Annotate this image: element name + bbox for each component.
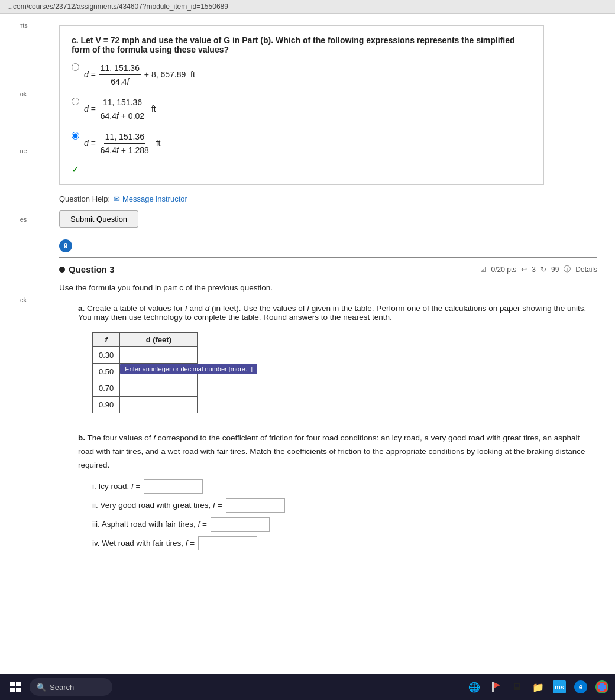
flag-icon[interactable] — [487, 679, 504, 695]
svg-marker-1 — [494, 682, 500, 688]
asphalt-road-label: iii. Asphalt road with fair tires, f = — [92, 520, 207, 529]
question-3-header: Question 3 ☑ 0/20 pts ↩ 3 ↻ 99 ⓘ Details — [59, 257, 597, 274]
option-3: d = 11, 151.36 64.4f + 1.288 ft — [72, 130, 532, 157]
d-header-text: d (feet) — [146, 335, 171, 344]
edge-icon[interactable]: e — [572, 679, 589, 695]
wet-road-label: iv. Wet road with fair tires, f = — [92, 539, 195, 547]
d-input-4[interactable] — [126, 399, 191, 410]
option-1-formula: d = 11, 151.36 64.4f + 8, 657.89 ft — [84, 61, 195, 89]
question-3-meta: ☑ 0/20 pts ↩ 3 ↻ 99 ⓘ Details — [480, 264, 597, 274]
wifi-icon[interactable]: 🌐 — [466, 679, 483, 695]
part-c-box: c. Let V = 72 mph and use the value of G… — [59, 25, 544, 185]
good-road-input[interactable] — [226, 498, 285, 513]
f-header-text: f — [105, 335, 107, 344]
sidebar-item-nts[interactable]: nts — [4, 20, 43, 31]
input-tooltip: Enter an integer or decimal number [more… — [120, 364, 257, 374]
details-text: Details — [575, 265, 597, 274]
refresh-text: 99 — [551, 265, 559, 274]
question-3-title: Question 3 — [59, 264, 115, 274]
col-f-header: f — [93, 332, 120, 346]
sidebar: nts ok ne es ck — [0, 14, 47, 693]
option-2-formula: d = 11, 151.36 64.4f + 0.02 ft — [84, 96, 156, 123]
url-bar: ...com/courses/23712/assignments/434607?… — [0, 0, 615, 14]
table-row-1: 0.30 Enter an integer or decimal number … — [93, 346, 198, 363]
taskbar: 🔍 Search 🌐 🖥 📁 ms e — [0, 674, 615, 700]
taskbar-search[interactable]: 🔍 Search — [30, 678, 112, 696]
part-a-label-text: a. — [78, 304, 85, 313]
table-row-3: 0.70 — [93, 380, 198, 396]
d-value-4-cell — [120, 396, 198, 413]
option-3-formula: d = 11, 151.36 64.4f + 1.288 ft — [84, 130, 160, 157]
store-icon[interactable]: ms — [551, 679, 568, 695]
chrome-icon[interactable] — [594, 679, 610, 695]
part-a-description: Create a table of values for f and d (in… — [78, 304, 586, 322]
part-a-label: a. Create a table of values for f and d … — [78, 304, 597, 322]
good-road-label: ii. Very good road with great tires, f = — [92, 501, 222, 510]
content-area: c. Let V = 72 mph and use the value of G… — [47, 14, 615, 693]
f-value-2: 0.50 — [93, 363, 120, 380]
values-table: f d (feet) 0.30 Enter an integer or deci… — [92, 332, 198, 413]
question-3-intro: Use the formula you found in part c of t… — [59, 281, 568, 294]
col-d-header: d (feet) — [120, 332, 198, 346]
checkmark-row: ✓ — [72, 164, 532, 175]
option-2: d = 11, 151.36 64.4f + 0.02 ft — [72, 96, 532, 123]
info-icon: ⓘ — [564, 264, 571, 274]
url-text: ...com/courses/23712/assignments/434607?… — [7, 2, 228, 11]
envelope-icon: ✉ — [114, 195, 120, 203]
edit-icon: ☑ — [480, 265, 487, 274]
sidebar-item-es[interactable]: es — [4, 213, 43, 225]
icy-road-row: i. Icy road, f = — [92, 479, 597, 494]
windows-icon — [10, 682, 21, 692]
d-value-1-cell: Enter an integer or decimal number [more… — [120, 346, 198, 363]
option-1: d = 11, 151.36 64.4f + 8, 657.89 ft — [72, 61, 532, 89]
f-value-1: 0.30 — [93, 346, 120, 363]
question-help-label: Question Help: — [59, 195, 110, 203]
f-value-3: 0.70 — [93, 380, 120, 396]
question-number-badge: 9 — [59, 239, 72, 252]
points-text: 0/20 pts — [491, 265, 517, 274]
d-input-1[interactable] — [126, 349, 191, 361]
good-road-row: ii. Very good road with great tires, f = — [92, 498, 597, 513]
icy-road-label: i. Icy road, f = — [92, 482, 140, 491]
d-input-3[interactable] — [126, 383, 191, 394]
part-c-title-text: c. Let V = 72 mph and use the value of G… — [72, 35, 515, 54]
retries-text: 3 — [532, 265, 536, 274]
asphalt-road-input[interactable] — [211, 517, 270, 532]
part-a-section: a. Create a table of values for f and d … — [78, 304, 597, 422]
wet-road-input[interactable] — [198, 536, 257, 550]
table-row-4: 0.90 — [93, 396, 198, 413]
option-2-radio[interactable] — [72, 98, 79, 105]
sidebar-item-ok[interactable]: ok — [4, 88, 43, 100]
start-button[interactable] — [5, 676, 26, 698]
svg-rect-0 — [492, 682, 494, 692]
question-3-title-text: Question 3 — [69, 264, 115, 274]
refresh-icon: ↻ — [540, 265, 546, 274]
submit-question-button[interactable]: Submit Question — [59, 210, 138, 228]
sidebar-item-ne[interactable]: ne — [4, 145, 43, 157]
option-1-radio[interactable] — [72, 63, 79, 71]
d-value-3-cell — [120, 380, 198, 396]
monitor-icon[interactable]: 🖥 — [509, 679, 525, 695]
part-c-title: c. Let V = 72 mph and use the value of G… — [72, 35, 532, 54]
f-value-4: 0.90 — [93, 396, 120, 413]
wet-road-row: iv. Wet road with fair tires, f = — [92, 536, 597, 550]
question-help: Question Help: ✉ Message instructor — [59, 195, 597, 203]
part-b-section: b. The four values of f correspond to th… — [78, 432, 597, 550]
part-b-text: b. The four values of f correspond to th… — [78, 432, 587, 472]
retry-icon: ↩ — [521, 265, 527, 274]
option-3-radio[interactable] — [72, 132, 79, 140]
taskbar-icons: 🌐 🖥 📁 ms e — [466, 679, 610, 695]
green-checkmark: ✓ — [72, 164, 79, 175]
question-3-intro-text: Use the formula you found in part c of t… — [59, 283, 273, 292]
bullet-dot — [59, 267, 65, 273]
taskbar-search-icon: 🔍 — [37, 683, 46, 692]
message-instructor-text: Message instructor — [122, 195, 187, 203]
submit-button-label: Submit Question — [70, 215, 127, 223]
message-instructor-link[interactable]: ✉ Message instructor — [114, 195, 187, 203]
icy-road-input[interactable] — [144, 479, 203, 494]
folder-icon[interactable]: 📁 — [530, 679, 546, 695]
sidebar-item-ck[interactable]: ck — [4, 294, 43, 306]
asphalt-road-row: iii. Asphalt road with fair tires, f = — [92, 517, 597, 532]
taskbar-search-text: Search — [50, 683, 74, 692]
badge-number: 9 — [64, 242, 68, 250]
